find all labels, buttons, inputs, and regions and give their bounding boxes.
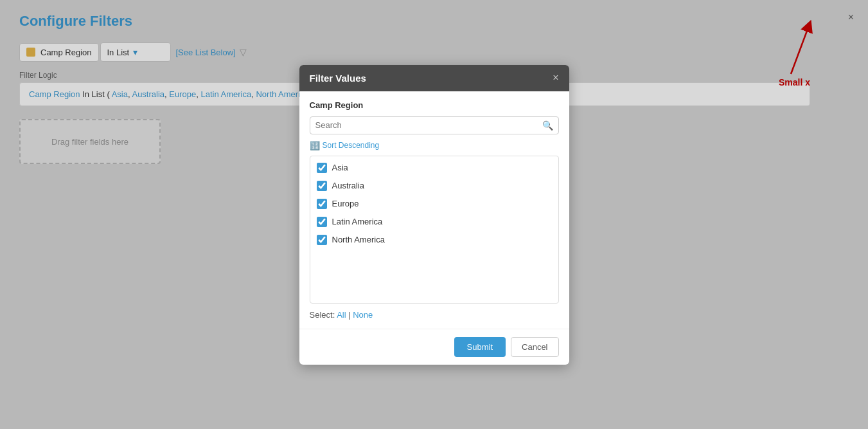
sort-descending-link[interactable]: 🔢 Sort Descending (310, 141, 559, 151)
list-item: North America (310, 231, 558, 249)
australia-label: Australia (332, 181, 365, 190)
select-label: Select: (310, 310, 337, 320)
north-america-checkbox[interactable] (317, 235, 327, 245)
asia-checkbox[interactable] (317, 163, 327, 173)
modal-title: Filter Values (310, 73, 366, 84)
list-item: Australia (310, 177, 558, 195)
australia-checkbox[interactable] (317, 181, 327, 191)
list-item: Asia (310, 159, 558, 177)
sort-icon: 🔢 (310, 141, 320, 151)
north-america-label: North America (332, 235, 385, 244)
modal-body: Camp Region 🔍 🔢 Sort Descending Asia (299, 91, 569, 329)
checkbox-list: Asia Australia Europe Latin America Nort… (310, 156, 559, 304)
asia-label: Asia (332, 163, 348, 172)
modal-overlay: Filter Values × Camp Region 🔍 🔢 Sort Des… (0, 0, 868, 429)
cancel-button[interactable]: Cancel (511, 337, 558, 357)
search-input[interactable] (315, 120, 542, 130)
modal-footer: Submit Cancel (299, 329, 569, 365)
sort-label: Sort Descending (323, 141, 380, 150)
search-box[interactable]: 🔍 (310, 116, 559, 134)
select-links: Select: All | None (310, 310, 559, 320)
search-icon: 🔍 (542, 120, 553, 131)
filter-values-modal: Filter Values × Camp Region 🔍 🔢 Sort Des… (299, 65, 569, 365)
submit-button[interactable]: Submit (454, 337, 506, 357)
select-all-link[interactable]: All (337, 310, 346, 320)
modal-close-button[interactable]: × (553, 73, 558, 83)
list-item: Latin America (310, 213, 558, 231)
modal-subtitle: Camp Region (310, 100, 559, 110)
select-none-link[interactable]: None (353, 310, 373, 320)
list-item: Europe (310, 195, 558, 213)
latin-america-checkbox[interactable] (317, 217, 327, 227)
latin-america-label: Latin America (332, 217, 383, 226)
modal-header: Filter Values × (299, 65, 569, 91)
europe-label: Europe (332, 199, 359, 208)
europe-checkbox[interactable] (317, 199, 327, 209)
